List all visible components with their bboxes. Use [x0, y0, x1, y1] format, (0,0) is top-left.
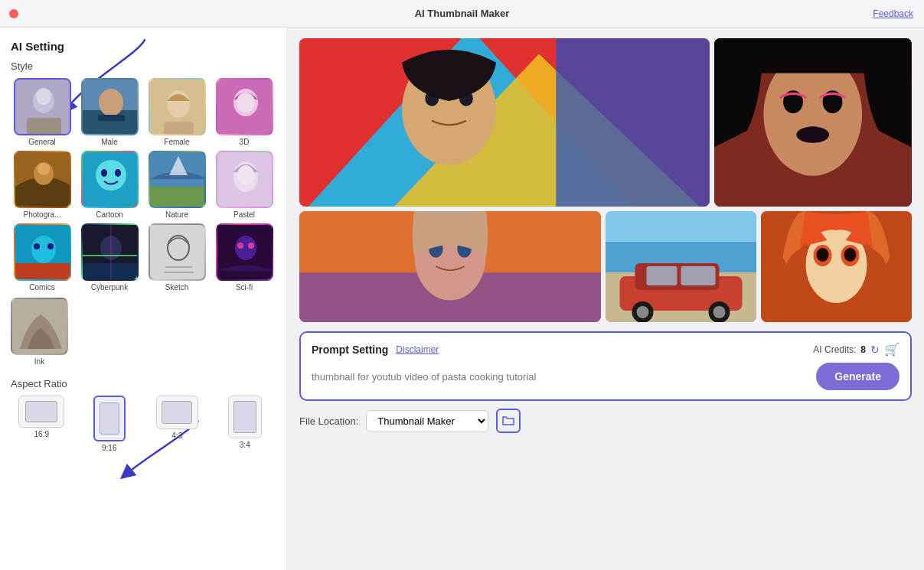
- svg-point-9: [167, 90, 190, 118]
- style-thumb-female: [149, 78, 206, 135]
- style-label-comics: Comics: [29, 283, 54, 292]
- main-content: Prompt Setting Disclaimer AI Credits: 8 …: [287, 28, 924, 570]
- style-thumb-cyberpunk: [81, 223, 139, 281]
- svg-rect-32: [83, 225, 139, 281]
- svg-point-6: [99, 89, 123, 116]
- gallery: [299, 38, 912, 322]
- svg-rect-2: [27, 118, 61, 135]
- style-item-nature[interactable]: Nature: [145, 151, 208, 219]
- aspect-inner-9-16: [100, 402, 119, 435]
- aspect-inner-4-3: [162, 401, 192, 424]
- svg-point-42: [235, 236, 256, 260]
- svg-point-72: [637, 306, 649, 318]
- file-location-select[interactable]: Thumbnail Maker: [366, 410, 488, 432]
- style-item-scifi[interactable]: Sci-fi: [213, 223, 276, 292]
- aspect-item-3-4[interactable]: 3:4: [214, 396, 276, 452]
- style-label-cartoon: Cartoon: [96, 210, 123, 219]
- generate-button[interactable]: Generate: [816, 363, 900, 390]
- svg-rect-7: [98, 115, 125, 121]
- style-item-3d[interactable]: 3D: [213, 78, 276, 146]
- svg-point-34: [100, 236, 122, 260]
- gallery-image-car-beach[interactable]: [606, 211, 756, 322]
- svg-rect-5: [83, 110, 139, 135]
- style-title: Style: [11, 60, 276, 72]
- folder-button[interactable]: [496, 409, 521, 433]
- prompt-section: Prompt Setting Disclaimer AI Credits: 8 …: [299, 331, 912, 401]
- svg-rect-21: [150, 152, 206, 208]
- feedback-link[interactable]: Feedback: [873, 8, 913, 19]
- credits-value: 8: [860, 344, 866, 355]
- prompt-input[interactable]: [312, 368, 808, 386]
- style-label-photo: Photogra...: [24, 210, 61, 219]
- style-item-female[interactable]: Female: [145, 78, 208, 146]
- refresh-icon[interactable]: ↻: [870, 344, 880, 356]
- style-label-general: General: [28, 138, 56, 146]
- svg-point-26: [237, 165, 254, 185]
- svg-point-31: [47, 243, 54, 249]
- close-button[interactable]: [9, 9, 18, 18]
- style-label-nature: Nature: [165, 210, 188, 219]
- style-grid: General Male: [11, 78, 276, 292]
- svg-point-19: [101, 169, 107, 177]
- app-title: AI Thumbnail Maker: [415, 8, 510, 19]
- svg-point-20: [115, 169, 121, 177]
- gallery-image-makeup[interactable]: [714, 38, 912, 207]
- svg-rect-33: [83, 263, 139, 281]
- svg-rect-75: [647, 266, 677, 285]
- aspect-inner-3-4: [233, 401, 256, 433]
- style-item-pastel[interactable]: Pastel: [213, 151, 276, 219]
- style-thumb-general: [14, 78, 71, 135]
- style-item-cyberpunk[interactable]: Cyberpunk: [78, 223, 141, 292]
- prompt-title-area: Prompt Setting Disclaimer: [312, 344, 439, 356]
- aspect-ratio-title: Aspect Ratio: [11, 378, 276, 389]
- aspect-item-9-16[interactable]: 9:16: [79, 396, 141, 452]
- aspect-label-4-3: 4:3: [171, 432, 182, 440]
- style-item-general[interactable]: General: [11, 78, 73, 146]
- svg-rect-4: [83, 80, 139, 135]
- file-location-row: File Location: Thumbnail Maker: [299, 409, 912, 433]
- svg-rect-14: [15, 152, 71, 208]
- svg-point-3: [36, 88, 51, 105]
- svg-rect-24: [217, 152, 273, 208]
- style-thumb-3d: [216, 78, 273, 135]
- aspect-box-3-4: [228, 396, 262, 438]
- sidebar: AI Setting Style General: [0, 28, 287, 570]
- svg-rect-76: [681, 266, 716, 285]
- style-label-female: Female: [164, 138, 189, 146]
- svg-point-58: [797, 126, 830, 142]
- style-item-sketch[interactable]: Sketch: [145, 223, 208, 292]
- svg-rect-8: [150, 80, 206, 135]
- aspect-item-4-3[interactable]: 4:3: [146, 396, 208, 452]
- svg-rect-49: [556, 38, 710, 207]
- svg-rect-0: [15, 80, 71, 135]
- style-label-cyberpunk: Cyberpunk: [91, 283, 128, 292]
- svg-point-18: [96, 160, 126, 191]
- gallery-image-anime-girl[interactable]: [761, 211, 912, 322]
- style-item-photo[interactable]: Photogra...: [11, 151, 73, 219]
- style-item-male[interactable]: Male: [78, 78, 141, 146]
- cart-icon[interactable]: 🛒: [884, 342, 900, 357]
- prompt-input-row: Generate: [312, 363, 900, 390]
- style-item-ink[interactable]: Ink: [11, 298, 68, 366]
- aspect-label-16-9: 16:9: [34, 430, 49, 438]
- style-thumb-pastel: [216, 151, 273, 208]
- style-label-ink: Ink: [34, 357, 44, 366]
- gallery-image-asian-man[interactable]: [299, 38, 710, 207]
- style-thumb-male: [81, 78, 139, 135]
- style-thumb-ink: [11, 298, 68, 355]
- prompt-header: Prompt Setting Disclaimer AI Credits: 8 …: [312, 342, 900, 357]
- svg-point-16: [38, 163, 50, 175]
- svg-point-38: [168, 236, 189, 260]
- svg-rect-17: [83, 152, 139, 208]
- file-location-label: File Location:: [299, 415, 358, 427]
- gallery-image-girl-sunset[interactable]: [299, 211, 601, 322]
- style-thumb-photo: [14, 151, 71, 208]
- prompt-title: Prompt Setting: [312, 344, 388, 356]
- disclaimer-link[interactable]: Disclaimer: [396, 344, 439, 355]
- style-item-cartoon[interactable]: Cartoon: [78, 151, 141, 219]
- gallery-row1: [299, 38, 912, 207]
- svg-marker-23: [169, 156, 188, 175]
- style-item-comics[interactable]: Comics: [11, 223, 73, 292]
- aspect-label-9-16: 9:16: [102, 444, 116, 452]
- aspect-item-16-9[interactable]: 16:9: [11, 396, 73, 452]
